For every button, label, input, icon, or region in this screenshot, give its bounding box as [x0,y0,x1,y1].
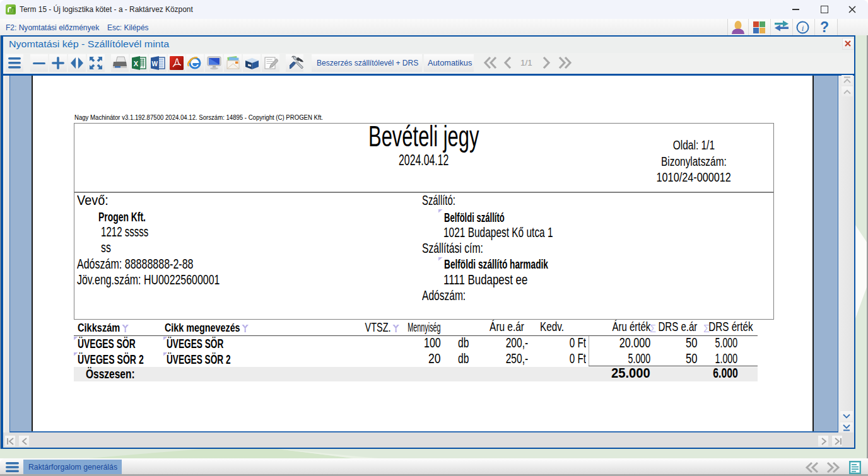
svg-text:X: X [134,60,139,67]
svg-text:i: i [802,23,804,33]
svg-text:W: W [152,61,158,67]
